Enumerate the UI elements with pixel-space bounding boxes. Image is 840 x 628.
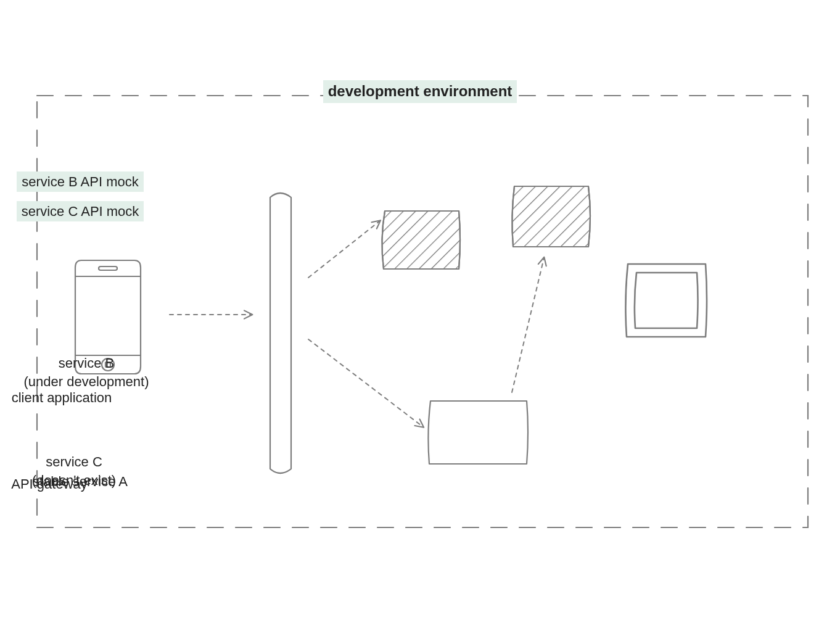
api-gateway-icon [270,193,291,473]
mock-c-label-text: service C API mock [17,201,144,222]
diagram-title-text: development environment [323,80,517,102]
arrow-gateway-to-mock-c [308,221,380,278]
mock-b-label: service B API mock [0,153,160,192]
svg-rect-3 [99,266,117,270]
mock-b-label-text: service B API mock [17,171,144,192]
service-a-box [428,401,528,464]
service-b-label: service B (under development) [0,354,173,390]
diagram-stage: development environment client applicati… [0,0,840,628]
arrow-gateway-to-service-a [308,339,423,427]
service-c-mock-box [382,211,460,269]
client-label: client application [0,389,123,407]
service-b-box [625,264,707,337]
service-b-mock-box [512,186,590,247]
service-c-label: service C (doesn't exist) [0,453,148,489]
diagram-title: development environment [0,60,840,103]
arrow-service-a-to-mock-b [512,258,544,392]
